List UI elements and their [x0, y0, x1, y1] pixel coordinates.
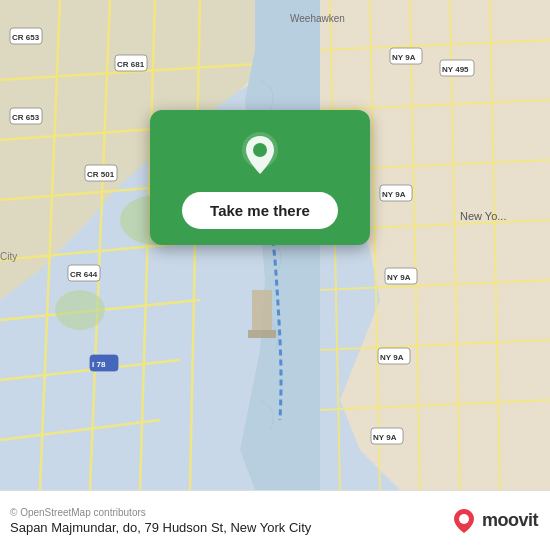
svg-text:City: City	[0, 251, 17, 262]
footer-bar: © OpenStreetMap contributors Sapan Majmu…	[0, 490, 550, 550]
svg-text:Weehawken: Weehawken	[290, 13, 345, 24]
svg-point-60	[253, 143, 267, 157]
moovit-brand-label: moovit	[482, 510, 538, 531]
svg-text:CR 653: CR 653	[12, 113, 40, 122]
svg-point-61	[459, 514, 469, 524]
svg-point-56	[55, 290, 105, 330]
location-pin-icon	[234, 130, 286, 182]
svg-text:CR 501: CR 501	[87, 170, 115, 179]
svg-text:New Yo...: New Yo...	[460, 210, 506, 222]
moovit-pin-icon	[450, 507, 478, 535]
svg-text:CR 653: CR 653	[12, 33, 40, 42]
svg-text:NY 495: NY 495	[442, 65, 469, 74]
take-me-there-button[interactable]: Take me there	[182, 192, 338, 229]
moovit-logo: moovit	[450, 507, 538, 535]
svg-text:NY 9A: NY 9A	[392, 53, 416, 62]
svg-rect-57	[252, 290, 272, 330]
take-me-there-card: Take me there	[150, 110, 370, 245]
svg-text:CR 644: CR 644	[70, 270, 98, 279]
svg-text:NY 9A: NY 9A	[387, 273, 411, 282]
map-container: Weehawken CR 653 CR 653 CR 681 CR 501 CR…	[0, 0, 550, 490]
attribution-text: © OpenStreetMap contributors	[10, 507, 450, 518]
map-background: Weehawken CR 653 CR 653 CR 681 CR 501 CR…	[0, 0, 550, 490]
location-text: Sapan Majmundar, do, 79 Hudson St, New Y…	[10, 520, 450, 535]
footer-text-group: © OpenStreetMap contributors Sapan Majmu…	[10, 507, 450, 535]
svg-text:CR 681: CR 681	[117, 60, 145, 69]
svg-text:NY 9A: NY 9A	[380, 353, 404, 362]
svg-text:I 78: I 78	[92, 360, 106, 369]
svg-text:NY 9A: NY 9A	[373, 433, 397, 442]
svg-text:NY 9A: NY 9A	[382, 190, 406, 199]
svg-rect-58	[248, 330, 276, 338]
